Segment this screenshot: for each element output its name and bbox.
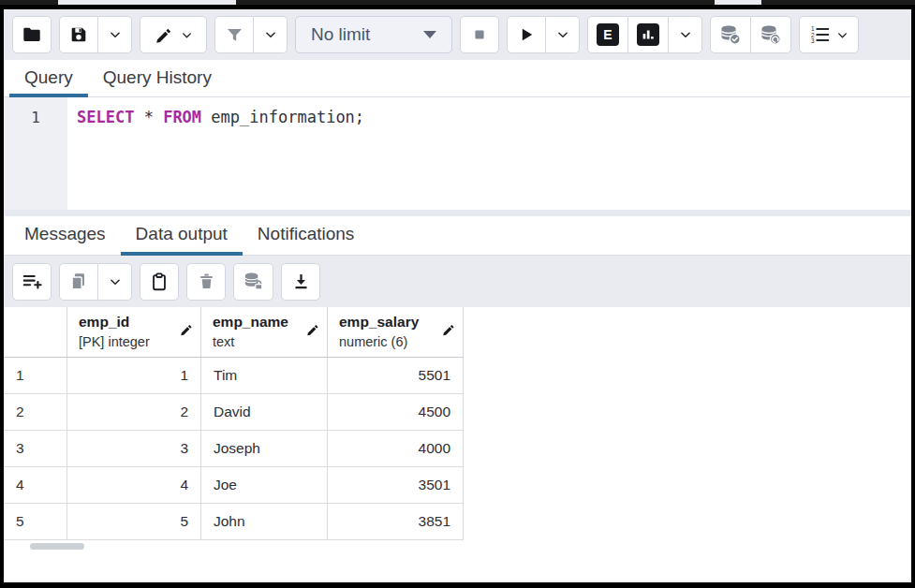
explain-letter: E bbox=[603, 27, 612, 42]
rollback-icon bbox=[760, 23, 782, 46]
column-edit-icon[interactable] bbox=[180, 323, 194, 341]
cell-emp-salary[interactable]: 3851 bbox=[328, 504, 464, 539]
line-number: 1 bbox=[31, 109, 40, 126]
row-number-cell[interactable]: 1 bbox=[4, 358, 67, 393]
cell-emp-id[interactable]: 4 bbox=[67, 467, 201, 503]
cell-value: Joseph bbox=[214, 440, 260, 457]
save-file-button[interactable] bbox=[59, 16, 98, 53]
paste-icon bbox=[149, 272, 170, 292]
sql-keyword: FROM bbox=[163, 108, 211, 126]
filter-button[interactable] bbox=[214, 16, 254, 53]
row-number-cell[interactable]: 3 bbox=[4, 431, 67, 466]
column-type: [PK] integer bbox=[79, 332, 178, 351]
cell-value: Tim bbox=[214, 367, 237, 384]
explain-options-dropdown[interactable] bbox=[669, 16, 702, 53]
column-header-emp-salary[interactable]: emp_salary numeric (6) bbox=[328, 307, 464, 357]
table-row: 1 1 Tim 5501 bbox=[4, 358, 464, 394]
row-limit-value: No limit bbox=[311, 24, 370, 45]
copy-options-dropdown[interactable] bbox=[98, 263, 132, 301]
column-type: numeric (6) bbox=[339, 332, 440, 351]
cell-emp-name[interactable]: John bbox=[201, 504, 328, 539]
table-row: 4 4 Joe 3501 bbox=[4, 467, 464, 504]
cell-value: 3851 bbox=[419, 513, 450, 530]
results-tabbar: Messages Data output Notifications bbox=[4, 216, 911, 256]
grid-header-row: emp_id [PK] integer emp_name text bbox=[4, 307, 464, 358]
cell-emp-name[interactable]: David bbox=[201, 394, 328, 430]
macros-icon: 123 bbox=[810, 24, 831, 45]
cell-emp-name[interactable]: Joe bbox=[201, 467, 328, 503]
row-number-cell[interactable]: 4 bbox=[4, 467, 67, 503]
column-type: text bbox=[213, 332, 304, 351]
column-header-emp-id[interactable]: emp_id [PK] integer bbox=[67, 307, 201, 357]
add-row-button[interactable] bbox=[12, 263, 52, 301]
cell-emp-salary[interactable]: 4000 bbox=[328, 431, 464, 466]
cell-value: 1 bbox=[180, 367, 188, 384]
cell-emp-id[interactable]: 1 bbox=[67, 358, 201, 393]
row-number: 4 bbox=[16, 477, 24, 493]
open-file-button[interactable] bbox=[12, 16, 52, 53]
chevron-down-icon bbox=[109, 275, 122, 288]
macros-button[interactable]: 123 bbox=[799, 16, 859, 53]
row-number-cell[interactable]: 2 bbox=[4, 394, 67, 430]
data-output-grid: emp_id [PK] integer emp_name text bbox=[4, 307, 911, 550]
save-data-button[interactable] bbox=[233, 263, 273, 301]
cell-emp-id[interactable]: 2 bbox=[67, 394, 201, 430]
cell-emp-id[interactable]: 5 bbox=[67, 504, 201, 539]
tab-query[interactable]: Query bbox=[9, 60, 88, 96]
tab-notifications[interactable]: Notifications bbox=[243, 216, 370, 255]
explain-analyze-button[interactable] bbox=[628, 16, 669, 53]
commit-button[interactable] bbox=[710, 16, 751, 53]
panel-divider[interactable] bbox=[4, 210, 911, 216]
tab-query-label: Query bbox=[24, 67, 73, 88]
column-edit-icon[interactable] bbox=[306, 323, 320, 341]
cell-emp-salary[interactable]: 4500 bbox=[328, 394, 464, 430]
cell-emp-name[interactable]: Tim bbox=[201, 358, 328, 393]
filter-icon bbox=[225, 25, 244, 45]
editor-tabbar: Query Query History bbox=[4, 60, 911, 97]
delete-row-icon bbox=[197, 272, 216, 291]
tab-data-output[interactable]: Data output bbox=[121, 216, 243, 255]
results-toolbar bbox=[4, 256, 911, 307]
editor-gutter: 1 bbox=[4, 97, 67, 210]
chevron-down-icon bbox=[556, 28, 569, 41]
sql-editor[interactable]: 1 SELECT * FROM emp_information; bbox=[4, 97, 911, 210]
download-button[interactable] bbox=[281, 263, 320, 301]
save-data-icon bbox=[243, 271, 264, 292]
save-options-dropdown[interactable] bbox=[98, 16, 132, 53]
cell-emp-salary[interactable]: 5501 bbox=[328, 358, 464, 393]
execute-icon bbox=[517, 25, 536, 44]
sql-identifier: emp_information; bbox=[211, 108, 364, 126]
column-header-emp-name[interactable]: emp_name text bbox=[201, 307, 328, 357]
cell-value: Joe bbox=[214, 477, 237, 493]
open-file-icon bbox=[22, 24, 42, 45]
cancel-query-button[interactable] bbox=[460, 16, 499, 53]
add-row-icon bbox=[22, 272, 42, 292]
column-edit-icon[interactable] bbox=[442, 323, 456, 341]
row-limit-select[interactable]: No limit bbox=[295, 16, 452, 53]
sql-operator: * bbox=[144, 108, 163, 126]
save-file-icon bbox=[68, 24, 89, 45]
sql-code-line[interactable]: SELECT * FROM emp_information; bbox=[67, 97, 911, 210]
copy-button[interactable] bbox=[59, 263, 98, 301]
tab-messages[interactable]: Messages bbox=[9, 216, 121, 255]
query-tool-window: No limit bbox=[0, 0, 915, 588]
chevron-down-icon bbox=[109, 28, 122, 41]
filter-options-dropdown[interactable] bbox=[254, 16, 288, 53]
tab-query-history[interactable]: Query History bbox=[88, 60, 227, 96]
paste-button[interactable] bbox=[140, 263, 179, 301]
delete-row-button[interactable] bbox=[186, 263, 226, 301]
cell-emp-id[interactable]: 3 bbox=[67, 431, 201, 466]
copy-icon bbox=[68, 272, 89, 292]
cell-emp-name[interactable]: Joseph bbox=[201, 431, 328, 466]
explain-button[interactable]: E bbox=[587, 16, 628, 53]
row-number: 3 bbox=[16, 440, 24, 457]
grid-corner-cell[interactable] bbox=[4, 307, 67, 357]
horizontal-scrollbar[interactable] bbox=[30, 543, 84, 550]
edit-dropdown-button[interactable] bbox=[140, 16, 207, 53]
row-number-cell[interactable]: 5 bbox=[4, 504, 67, 539]
column-name: emp_salary bbox=[339, 312, 440, 332]
cell-emp-salary[interactable]: 3501 bbox=[328, 467, 464, 503]
execute-options-dropdown[interactable] bbox=[546, 16, 580, 53]
rollback-button[interactable] bbox=[751, 16, 791, 53]
execute-query-button[interactable] bbox=[507, 16, 546, 53]
